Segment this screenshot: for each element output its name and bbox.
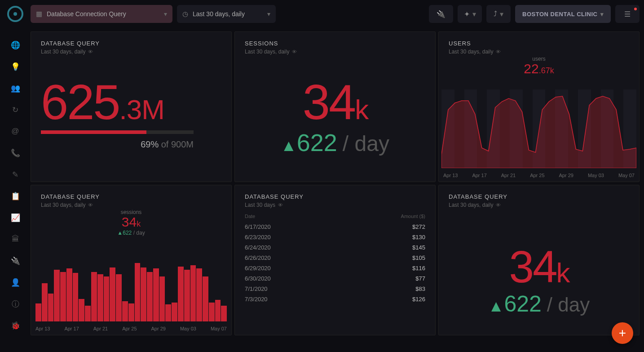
phone-icon[interactable]: 📞: [11, 148, 20, 157]
progress-label: 69% of 900M: [41, 139, 194, 150]
col-amount: Amount ($): [401, 214, 425, 219]
eye-icon[interactable]: 👁: [88, 49, 93, 54]
share-icon: ⤴: [494, 10, 497, 18]
table-row: 7/1/2020$83: [245, 284, 425, 294]
database-dropdown[interactable]: ▦ Database Connection Query ▾: [31, 5, 172, 23]
chevron-down-icon: ▾: [600, 11, 604, 18]
database-dropdown-label: Database Connection Query: [47, 10, 126, 18]
top-bar: ▦ Database Connection Query ▾ ◷ Last 30 …: [0, 0, 644, 28]
add-button[interactable]: +: [612, 322, 633, 344]
kpi-value: 34k: [449, 244, 629, 289]
card-db-query-bars: DATABASE QUERY Last 30 days, daily👁 sess…: [31, 185, 232, 335]
users-area-chart: [441, 89, 636, 168]
kpi-value: 22.67k: [449, 61, 629, 76]
eye-icon[interactable]: 👁: [278, 202, 283, 208]
bulb-icon[interactable]: 💡: [11, 62, 20, 71]
card-title: DATABASE QUERY: [449, 193, 629, 200]
clipboard-icon[interactable]: 📋: [11, 192, 20, 201]
card-title: DATABASE QUERY: [41, 193, 221, 200]
hamburger-icon: ☰: [624, 10, 631, 18]
kpi-value: 34k: [245, 77, 425, 127]
card-db-query-kpi: DATABASE QUERY Last 30 days, daily👁 34k …: [438, 185, 640, 335]
timerange-dropdown-label: Last 30 days, daily: [193, 10, 245, 18]
card-title: DATABASE QUERY: [41, 40, 221, 47]
table-row: 7/3/2020$126: [245, 294, 425, 304]
timerange-dropdown[interactable]: ◷ Last 30 days, daily ▾: [177, 5, 276, 23]
card-subtitle: Last 30 days, daily👁: [449, 49, 629, 55]
chevron-down-icon: ▾: [472, 10, 476, 18]
eye-icon[interactable]: 👁: [292, 49, 297, 54]
at-icon[interactable]: @: [11, 127, 20, 136]
eye-icon[interactable]: 👁: [496, 49, 501, 54]
card-db-query-total: DATABASE QUERY Last 30 days, daily👁 625.…: [31, 31, 232, 182]
card-subtitle: Last 30 days, daily👁: [449, 202, 629, 208]
refresh-icon[interactable]: ↻: [11, 105, 20, 114]
data-table: DateAmount ($) 6/17/2020$2726/23/2020$13…: [245, 214, 425, 304]
kpi-delta: ▲622: [488, 291, 542, 317]
org-label: BOSTON DENTAL CLINIC: [522, 11, 597, 18]
card-title: DATABASE QUERY: [245, 193, 425, 200]
chevron-down-icon: ▾: [500, 10, 503, 18]
menu-button[interactable]: ☰: [615, 5, 640, 23]
table-row: 6/29/2020$116: [245, 263, 425, 273]
card-subtitle: Last 30 days, daily👁: [245, 49, 425, 55]
card-db-query-table: DATABASE QUERY Last 30 days👁 DateAmount …: [234, 185, 436, 335]
plug-icon: 🔌: [437, 10, 446, 18]
card-subtitle: Last 30 days, daily👁: [41, 202, 221, 208]
card-subtitle: Last 30 days👁: [245, 202, 425, 208]
card-title: USERS: [449, 40, 629, 47]
sparkle-icon: ✦: [464, 10, 470, 18]
grid-icon: ▦: [36, 10, 42, 18]
account-icon[interactable]: 👤: [11, 278, 20, 287]
kpi-delta: ▲622 / day: [41, 230, 221, 236]
share-button[interactable]: ⤴▾: [486, 5, 511, 23]
kpi-delta: ▲622: [281, 129, 337, 156]
table-row: 6/23/2020$130: [245, 232, 425, 242]
table-row: 6/24/2020$145: [245, 242, 425, 253]
info-icon[interactable]: ⓘ: [11, 299, 20, 308]
table-row: 6/26/2020$105: [245, 253, 425, 263]
plus-icon: +: [619, 326, 626, 340]
kpi-perday: / day: [547, 294, 590, 316]
org-dropdown[interactable]: BOSTON DENTAL CLINIC ▾: [515, 5, 611, 23]
chart-icon[interactable]: 📈: [11, 213, 20, 222]
table-row: 6/30/2020$77: [245, 273, 425, 284]
col-date: Date: [245, 214, 255, 219]
users-icon[interactable]: 👥: [11, 84, 20, 93]
card-users: USERS Last 30 days, daily👁 users 22.67k …: [438, 31, 640, 182]
globe-icon[interactable]: 🌐: [11, 40, 20, 49]
sidebar: 🌐 💡 👥 ↻ @ 📞 ✎ 📋 📈 🏛 🔌 👤 ⓘ 🐞: [0, 28, 31, 352]
app-logo-icon[interactable]: [7, 6, 23, 22]
sessions-bar-chart: [35, 243, 227, 321]
edit-icon[interactable]: ✎: [11, 170, 20, 179]
card-sessions: SESSIONS Last 30 days, daily👁 34k ▲622 /…: [234, 31, 436, 182]
eye-icon[interactable]: 👁: [88, 202, 93, 208]
kpi-value: 625.3M: [41, 77, 221, 127]
dashboard-grid: DATABASE QUERY Last 30 days, daily👁 625.…: [31, 31, 640, 335]
table-row: 6/17/2020$272: [245, 222, 425, 232]
chevron-down-icon: ▾: [267, 10, 270, 18]
plug-button[interactable]: 🔌: [429, 5, 453, 23]
card-title: SESSIONS: [245, 40, 425, 47]
chart-axis: Apr 13Apr 17Apr 21Apr 25Apr 29May 03May …: [443, 173, 635, 178]
theme-button[interactable]: ✦▾: [458, 5, 482, 23]
progress-bar: [41, 130, 194, 134]
clock-icon: ◷: [182, 10, 188, 18]
card-subtitle: Last 30 days, daily👁: [41, 49, 221, 55]
bank-icon[interactable]: 🏛: [11, 235, 20, 244]
chart-axis: Apr 13Apr 17Apr 21Apr 25Apr 29May 03May …: [35, 326, 227, 331]
chevron-down-icon: ▾: [164, 10, 167, 18]
plug-icon[interactable]: 🔌: [11, 256, 20, 265]
kpi-value: 34k: [41, 214, 221, 230]
eye-icon[interactable]: 👁: [496, 202, 501, 208]
kpi-perday: / day: [343, 131, 389, 156]
bug-icon[interactable]: 🐞: [11, 321, 20, 330]
